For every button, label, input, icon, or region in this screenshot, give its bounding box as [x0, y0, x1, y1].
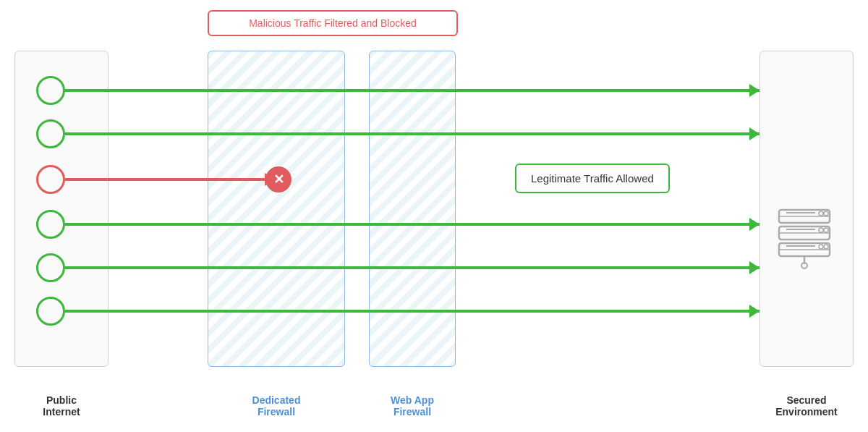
svg-point-3 — [819, 211, 823, 216]
label-public-internet: Public Internet — [14, 394, 109, 418]
zone-webapp-firewall — [369, 51, 456, 367]
traffic-circle-2 — [36, 119, 65, 148]
label-secured-environment: Secured Environment — [760, 394, 854, 418]
label-webapp-firewall: Web App Firewall — [369, 394, 456, 418]
arrowhead-2 — [749, 127, 760, 140]
server-icon — [775, 203, 833, 278]
traffic-line-malicious — [65, 178, 275, 181]
arrowhead-1 — [749, 84, 760, 97]
traffic-circle-5 — [36, 297, 65, 326]
traffic-circle-3 — [36, 210, 65, 239]
arrowhead-5 — [749, 305, 760, 318]
diagram: Malicious Traffic Filtered and Blocked ✕… — [0, 0, 868, 432]
arrowhead-4 — [749, 261, 760, 274]
traffic-circle-malicious — [36, 165, 65, 194]
traffic-line-5 — [65, 310, 760, 313]
traffic-line-1 — [65, 89, 760, 92]
traffic-line-4 — [65, 266, 760, 269]
label-dedicated-firewall: Dedicated Firewall — [208, 394, 345, 418]
zone-dedicated-firewall — [208, 51, 345, 367]
svg-point-4 — [824, 211, 828, 216]
traffic-line-3 — [65, 223, 760, 226]
traffic-line-2 — [65, 132, 760, 135]
svg-point-9 — [824, 228, 828, 232]
traffic-circle-1 — [36, 76, 65, 105]
svg-point-13 — [819, 245, 823, 249]
traffic-circle-4 — [36, 253, 65, 282]
legit-traffic-label: Legitimate Traffic Allowed — [515, 164, 670, 193]
svg-point-8 — [819, 228, 823, 232]
malicious-traffic-label: Malicious Traffic Filtered and Blocked — [208, 10, 458, 36]
arrowhead-3 — [749, 218, 760, 231]
block-icon: ✕ — [265, 166, 292, 192]
svg-point-14 — [824, 245, 828, 249]
